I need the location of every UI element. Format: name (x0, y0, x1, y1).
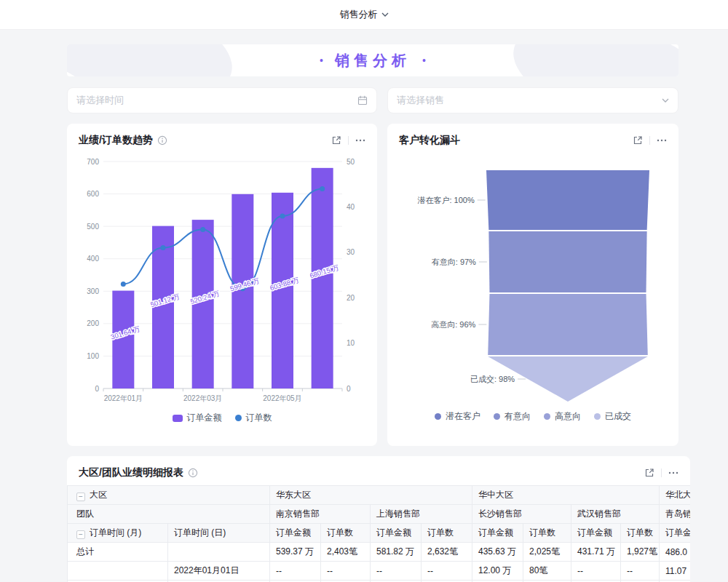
funnel-segment (486, 170, 649, 230)
open-in-new-icon[interactable] (644, 468, 654, 478)
report-card-title: 大区/团队业绩明细报表 (79, 466, 183, 479)
legend-item[interactable]: 订单数 (235, 412, 272, 424)
table-header-cell: 订单金额 (660, 524, 691, 543)
trend-card: 业绩/订单数趋势 (67, 124, 377, 446)
table-cell (168, 543, 270, 562)
chevron-down-icon (662, 98, 669, 103)
table-row: 2022年01月01日--------12.00 万80笔----11.07 (68, 562, 691, 581)
info-icon[interactable] (157, 135, 167, 146)
legend-label: 有意向 (505, 410, 531, 423)
table-header-cell: 华东大区 (270, 486, 472, 505)
table-cell: 2,632笔 (422, 543, 472, 562)
line-point (200, 227, 205, 232)
trend-legend: 订单金额订单数 (79, 412, 365, 424)
table-header-label: 华中大区 (478, 490, 513, 500)
table-cell: 581.82 万 (371, 543, 422, 562)
svg-text:50: 50 (347, 158, 355, 166)
table-cell: 2,025笔 (523, 543, 571, 562)
line-point (280, 213, 285, 218)
more-options-icon[interactable] (668, 468, 678, 478)
legend-item[interactable]: 有意向 (494, 410, 531, 423)
svg-text:2022年05月: 2022年05月 (263, 394, 301, 402)
info-icon[interactable] (188, 468, 198, 478)
table-header-label: 南京销售部 (276, 509, 320, 519)
table-header-cell: −大区 (68, 486, 270, 505)
funnel-label: 有意向: 97% (432, 258, 476, 266)
legend-item[interactable]: 潜在客户 (435, 410, 480, 423)
svg-text:30: 30 (347, 248, 355, 256)
funnel-segment (488, 294, 648, 355)
svg-text:100: 100 (87, 352, 99, 360)
table-header-label: 订单数 (327, 527, 353, 538)
line-point (161, 245, 166, 250)
collapse-icon[interactable]: − (76, 493, 85, 501)
svg-text:2022年01月: 2022年01月 (104, 394, 143, 402)
legend-marker (494, 413, 500, 420)
report-table-head: −大区华东大区华中大区华北大区团队南京销售部上海销售部长沙销售部武汉销售部青岛销… (68, 486, 691, 543)
more-options-icon[interactable] (657, 135, 667, 146)
svg-text:300: 300 (87, 287, 99, 295)
divider (348, 136, 349, 145)
legend-item[interactable]: 已成交 (594, 410, 631, 423)
time-filter-input[interactable]: 请选择时间 (67, 87, 377, 113)
collapse-icon[interactable]: − (76, 530, 85, 539)
more-options-icon[interactable] (355, 135, 365, 146)
svg-text:500: 500 (87, 223, 99, 231)
table-header-label: 华东大区 (276, 490, 311, 500)
svg-text:0: 0 (95, 385, 99, 393)
table-header-cell: −订单时间 (月) (68, 524, 168, 543)
table-cell: 539.37 万 (270, 543, 321, 562)
legend-label: 已成交 (605, 410, 631, 423)
charts-row: 业绩/订单数趋势 (67, 124, 728, 446)
table-cell: 435.63 万 (472, 543, 523, 562)
table-cell: -- (621, 562, 660, 581)
line-point (320, 186, 325, 191)
sales-filter-select[interactable]: 请选择销售 (387, 87, 678, 113)
table-header-label: 订单金额 (376, 527, 411, 538)
line-point (121, 282, 126, 287)
open-in-new-icon[interactable] (633, 135, 643, 146)
table-header-label: 长沙销售部 (478, 509, 522, 519)
table-header-cell: 武汉销售部 (571, 505, 660, 524)
legend-marker (435, 413, 441, 420)
legend-item[interactable]: 订单金额 (173, 412, 222, 424)
report-card: 大区/团队业绩明细报表 (67, 456, 690, 582)
table-header-label: 青岛销售部 (665, 509, 690, 519)
table-header-cell: 青岛销售部 (660, 505, 691, 524)
table-header-label: 订单时间 (日) (174, 527, 226, 538)
funnel-card: 客户转化漏斗 潜在客户: 100%有意向: 97%高意向: 96%已成交: 98… (387, 124, 678, 446)
card-actions (644, 468, 678, 478)
table-header-cell: 华中大区 (472, 486, 660, 505)
chevron-down-icon (381, 12, 389, 17)
table-header-label: 订单金额 (577, 527, 612, 538)
funnel-card-header: 客户转化漏斗 (387, 124, 678, 153)
svg-text:10: 10 (347, 339, 355, 347)
dashboard-banner: • 销售分析 • (67, 44, 678, 76)
legend-item[interactable]: 高意向 (544, 410, 581, 423)
table-cell: 431.71 万 (571, 543, 621, 562)
table-header-cell: 团队 (68, 505, 270, 524)
table-cell: 486.0 (660, 543, 691, 562)
open-in-new-icon[interactable] (331, 135, 341, 146)
table-header-cell: 订单数 (321, 524, 371, 543)
report-table-body: 总计539.37 万2,403笔581.82 万2,632笔435.63 万2,… (68, 543, 691, 582)
table-header-label: 上海销售部 (376, 509, 420, 519)
table-header-label: 华北大区 (665, 490, 690, 500)
svg-text:2022年03月: 2022年03月 (183, 394, 222, 402)
funnel-label: 已成交: 98% (470, 375, 515, 383)
funnel-label: 高意向: 96% (431, 320, 475, 329)
funnel-card-title: 客户转化漏斗 (399, 134, 460, 147)
table-header-cell: 订单数 (523, 524, 571, 543)
table-cell: -- (571, 562, 621, 581)
svg-text:20: 20 (347, 294, 355, 302)
banner-dot-right: • (422, 55, 426, 66)
table-header-cell: 订单数 (621, 524, 660, 543)
table-header-cell: 上海销售部 (371, 505, 472, 524)
legend-label: 潜在客户 (446, 410, 480, 423)
topbar: 销售分析 (0, 0, 728, 30)
table-header-label: 订单数 (627, 527, 653, 538)
topbar-title[interactable]: 销售分析 (340, 8, 378, 21)
funnel-segment (488, 231, 646, 292)
divider (661, 469, 662, 477)
table-cell: -- (422, 562, 472, 581)
